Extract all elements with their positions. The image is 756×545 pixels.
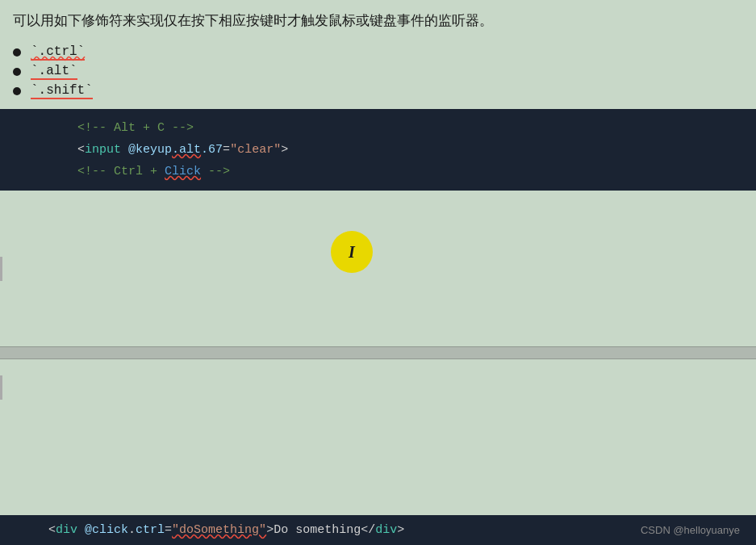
code-equals: = xyxy=(165,523,172,537)
watermark-text: CSDN @helloyuanye xyxy=(641,524,740,536)
cursor-circle: I xyxy=(331,231,373,273)
list-item: `.alt` xyxy=(13,64,743,80)
bottom-code-bar: <div @click.ctrl="doSomething">Do someth… xyxy=(0,515,756,545)
code-div-tag: div xyxy=(56,523,77,537)
code-click-attr: @click xyxy=(77,523,128,537)
page-container: 可以用如下修饰符来实现仅在按下相应按键时才触发鼠标或键盘事件的监听器。 `.ct… xyxy=(0,0,756,545)
text-cursor-indicator xyxy=(0,257,2,281)
code-input-keyup: <input @keyup.alt.67="clear"> xyxy=(48,139,708,161)
bullet-dot xyxy=(13,48,21,57)
code-do-something-text: Do something xyxy=(274,523,361,537)
code-final-bracket: > xyxy=(397,523,404,537)
bullet-list: `.ctrl` `.alt` `.shift` xyxy=(0,38,756,109)
bullet-dot xyxy=(13,87,21,95)
bottom-light-section xyxy=(0,359,756,515)
list-item: `.ctrl` xyxy=(13,44,743,61)
bullet-code-ctrl: `.ctrl` xyxy=(31,44,85,61)
code-do-something-val: "doSomething" xyxy=(172,523,266,537)
list-item: `.shift` xyxy=(13,83,743,99)
bottom-code-content: <div @click.ctrl="doSomething">Do someth… xyxy=(48,523,404,537)
intro-section: 可以用如下修饰符来实现仅在按下相应按键时才触发鼠标或键盘事件的监听器。 xyxy=(0,0,756,38)
section-divider xyxy=(0,346,756,359)
code-ctrl-attr: ctrl xyxy=(136,523,165,537)
bullet-dot xyxy=(13,68,21,76)
bottom-cursor-indicator xyxy=(0,375,2,400)
code-div-close: </ xyxy=(361,523,375,537)
code-dot: . xyxy=(128,523,136,537)
code-comment-ctrl-click: <!-- Ctrl + Click --> xyxy=(48,161,708,182)
cursor-icon: I xyxy=(349,243,355,262)
code-block-top: <!-- Alt + C --> <input @keyup.alt.67="c… xyxy=(0,109,756,191)
middle-section: I xyxy=(0,191,756,346)
code-div-close-tag: div xyxy=(375,523,397,537)
code-div-open: < xyxy=(48,523,56,537)
bullet-code-shift: `.shift` xyxy=(31,83,93,99)
intro-text: 可以用如下修饰符来实现仅在按下相应按键时才触发鼠标或键盘事件的监听器。 xyxy=(13,10,743,31)
bullet-code-alt: `.alt` xyxy=(31,64,77,80)
code-comment-alt-c: <!-- Alt + C --> xyxy=(48,117,708,139)
code-close-tag: > xyxy=(266,523,274,537)
